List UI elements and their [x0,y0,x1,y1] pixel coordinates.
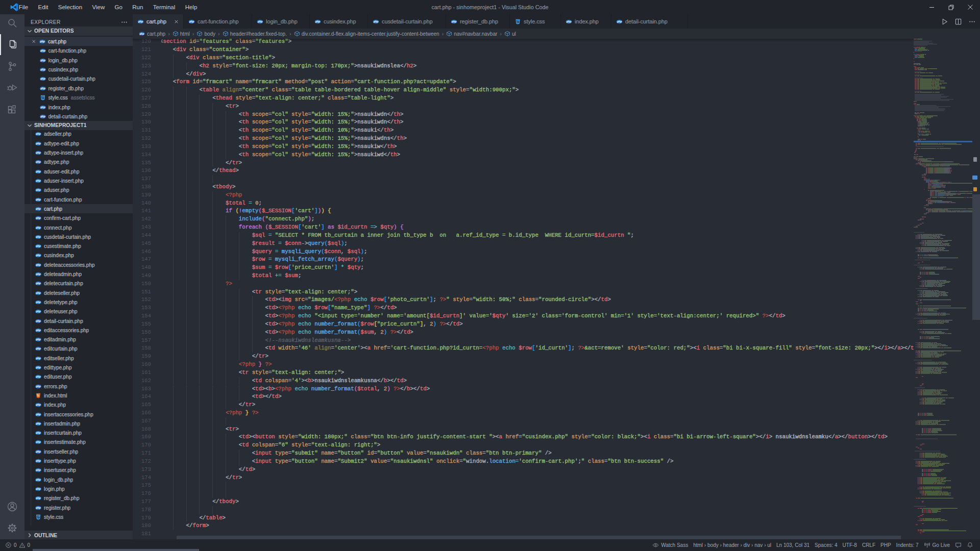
svg-text:php: php [39,40,44,43]
svg-text:php: php [35,375,40,379]
svg-text:php: php [35,450,40,453]
svg-text:php: php [40,106,45,109]
svg-text:php: php [35,133,40,136]
svg-text:php: php [35,441,40,444]
svg-text:php: php [35,319,40,322]
svg-text:php: php [35,357,40,360]
svg-text:php: php [35,347,40,350]
svg-text:php: php [138,20,143,23]
svg-text:php: php [35,329,40,332]
svg-text:php: php [35,282,40,285]
svg-text:php: php [40,49,45,53]
svg-text:php: php [35,254,40,257]
svg-text:php: php [35,366,40,369]
svg-text:php: php [35,151,40,154]
svg-text:php: php [35,432,40,435]
svg-text:php: php [40,59,45,62]
svg-text:php: php [35,487,40,490]
svg-text:php: php [35,161,40,164]
svg-text:php: php [451,20,456,23]
svg-text:php: php [35,469,40,472]
svg-text:php: php [35,459,40,462]
svg-text:php: php [40,115,45,118]
svg-text:php: php [35,338,40,341]
svg-text:php: php [35,404,40,407]
svg-text:php: php [35,142,40,145]
svg-text:php: php [35,207,40,210]
svg-text:php: php [35,272,40,276]
svg-text:php: php [373,20,378,23]
svg-text:php: php [315,20,320,23]
svg-text:php: php [566,20,571,23]
svg-text:php: php [35,226,40,229]
svg-text:php: php [35,300,40,304]
svg-text:php: php [35,310,40,313]
svg-text:php: php [35,413,40,416]
svg-text:php: php [35,385,40,388]
svg-text:php: php [35,170,40,173]
svg-text:php: php [35,198,40,201]
svg-text:php: php [257,20,262,23]
svg-text:php: php [35,422,40,425]
svg-text:php: php [35,263,40,266]
svg-text:php: php [40,87,45,90]
svg-text:php: php [35,235,40,238]
svg-text:php: php [35,478,40,481]
svg-text:php: php [35,179,40,182]
svg-text:php: php [35,189,40,192]
svg-text:php: php [35,506,40,509]
svg-text:php: php [40,78,45,81]
svg-text:php: php [35,217,40,220]
svg-text:php: php [35,291,40,294]
svg-text:php: php [40,68,45,71]
svg-text:php: php [617,20,622,23]
svg-text:php: php [139,33,144,35]
svg-text:php: php [189,20,194,23]
svg-text:php: php [35,497,40,500]
svg-text:php: php [35,245,40,248]
